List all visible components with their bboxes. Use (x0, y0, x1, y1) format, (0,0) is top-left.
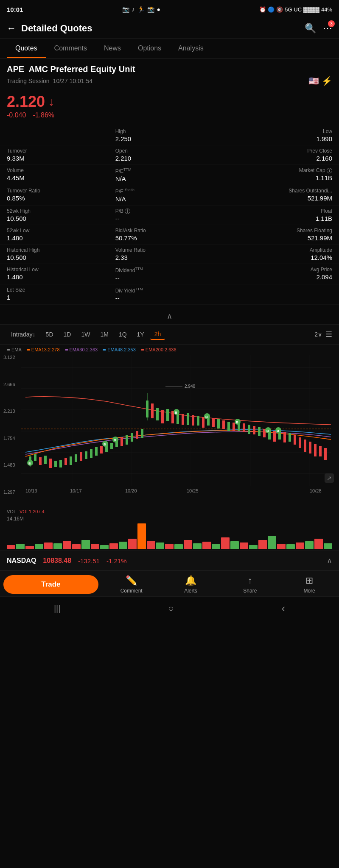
svg-rect-72 (314, 444, 317, 456)
vol-bar (63, 541, 71, 549)
more-nav-item[interactable]: ⊞ More (280, 575, 339, 594)
svg-rect-37 (141, 429, 143, 438)
trading-session: Trading Session 10/27 10:01:54 🇺🇸 ⚡ (7, 76, 332, 86)
y-label-6: 1.297 (3, 490, 15, 495)
bluetooth-icon: 🔵 (268, 6, 275, 13)
svg-rect-33 (120, 437, 123, 446)
tab-quotes[interactable]: Quotes (7, 39, 46, 58)
stats-row-7: Historical High 10.500 Volume Ratio 2.33… (0, 245, 339, 264)
turnover-value: 9.33M (7, 155, 115, 162)
share-nav-item[interactable]: ↑ Share (220, 575, 280, 594)
open-label: Open (115, 148, 224, 154)
status-right: ⏰ 🔵 🔇 5G UC ▓▓▓▓ 44% (259, 6, 332, 13)
vol-bar (119, 542, 127, 549)
svg-text:↗: ↗ (327, 475, 332, 481)
tab-news[interactable]: News (95, 39, 129, 58)
stat-pb: P/B i -- (115, 208, 224, 222)
back-button[interactable]: ← (7, 23, 16, 34)
instagram-icon: 📷 (122, 6, 129, 13)
more-icon: ⊞ (305, 575, 313, 586)
nasdaq-collapse-icon[interactable]: ∧ (327, 556, 332, 565)
vol-bars (7, 523, 332, 549)
tf-1d[interactable]: 1D (59, 329, 76, 339)
vol-bar (35, 544, 43, 549)
pb-info-icon[interactable]: i (125, 209, 130, 214)
market-cap-label: Market Cap i (224, 167, 332, 173)
page-title: Detailed Quotes (21, 23, 305, 34)
stats-row-4: Turnover Ratio 0.85% P/E Static N/A Shar… (0, 185, 339, 206)
turnover-label: Turnover (7, 148, 115, 154)
camera-icon: 📸 (147, 6, 154, 13)
scale-label[interactable]: 2∨ (314, 331, 322, 338)
system-menu-icon[interactable]: ||| (54, 604, 61, 613)
stat-52wk-high: 52wk High 10.500 (7, 208, 115, 222)
price-area: 2.120 ↓ -0.040 -1.86% (0, 89, 339, 122)
system-back-icon[interactable]: ‹ (281, 602, 285, 615)
system-home-icon[interactable]: ○ (168, 603, 174, 614)
status-time: 10:01 (7, 6, 23, 13)
tf-1m[interactable]: 1M (96, 329, 112, 339)
svg-rect-20 (54, 461, 57, 467)
stat-div-yield: Div YieldTTM -- (115, 287, 224, 302)
stat-lot-size: Lot Size 1 (7, 287, 115, 302)
stat-market-cap: Market Cap i 1.11B (224, 167, 332, 182)
trade-button[interactable]: Trade (3, 575, 98, 594)
vol-bar (221, 537, 230, 549)
vol-bar (184, 540, 192, 549)
lot-size-value: 1 (7, 294, 115, 301)
svg-rect-21 (59, 460, 62, 467)
svg-text:B: B (175, 411, 177, 415)
dot-icon: ● (157, 6, 160, 13)
stat-volume: Volume 4.45M (7, 167, 115, 182)
vol-bar (305, 541, 314, 549)
chart-svg: 2.940 (0, 355, 339, 507)
svg-rect-48 (192, 415, 194, 426)
vol-bar (258, 540, 267, 549)
menu-icon[interactable]: ⋯ 3 (323, 23, 332, 34)
stock-name: APE AMC Preferred Equity Unit (7, 64, 332, 74)
stat-52wk-low: 52wk Low 1.480 (7, 228, 115, 242)
vol-bar-highlight (137, 523, 146, 549)
activity-icon: 🏃 (137, 6, 145, 13)
svg-rect-74 (324, 448, 327, 460)
stat-bid-ask: Bid/Ask Ratio 50.77% (115, 228, 224, 242)
avg-price-value: 2.094 (224, 273, 332, 281)
stat-pe-ttm: P/ETTM N/A (115, 167, 224, 182)
ema-label-5: EMA200:2.636 (146, 347, 177, 352)
notification-badge: 3 (328, 20, 335, 27)
chart-canvas[interactable]: 3.122 2.666 2.210 1.754 1.480 1.297 (0, 355, 339, 507)
historical-low-value: 1.480 (7, 273, 115, 281)
stat-turnover-ratio: Turnover Ratio 0.85% (7, 188, 115, 203)
tab-options[interactable]: Options (129, 39, 170, 58)
vol-amount: 14.16M (7, 516, 332, 522)
chart-settings-icon[interactable]: ☰ (325, 330, 332, 339)
stock-header: APE AMC Preferred Equity Unit Trading Se… (0, 58, 339, 89)
y-label-3: 2.210 (3, 409, 15, 414)
tab-analysis[interactable]: Analysis (170, 39, 212, 58)
tf-5d[interactable]: 5D (42, 329, 58, 339)
bid-ask-value: 50.77% (115, 234, 224, 242)
search-icon[interactable]: 🔍 (305, 23, 316, 34)
alerts-nav-item[interactable]: 🔔 Alerts (161, 575, 221, 594)
market-cap-info-icon[interactable]: i (327, 168, 332, 173)
comment-nav-item[interactable]: ✏️ Comment (102, 575, 161, 594)
tf-intraday[interactable]: Intraday↓ (7, 329, 40, 339)
price-change-pct: -1.86% (33, 111, 54, 119)
turnover-ratio-label: Turnover Ratio (7, 188, 115, 194)
stats-row-5: 52wk High 10.500 P/B i -- Float 1.11B (0, 206, 339, 225)
svg-rect-70 (304, 440, 306, 452)
tf-1q[interactable]: 1Q (115, 329, 131, 339)
us-flag: 🇺🇸 (308, 76, 319, 86)
nasdaq-bar: NASDAQ 10838.48 -132.51 -1.21% ∧ (0, 551, 339, 570)
tab-comments[interactable]: Comments (46, 39, 95, 58)
svg-rect-61 (258, 427, 261, 436)
vol-bar (44, 542, 53, 549)
status-bar: 10:01 📷 ♪ 🏃 📸 ● ⏰ 🔵 🔇 5G UC ▓▓▓▓ 44% (0, 0, 339, 19)
tf-1w[interactable]: 1W (77, 329, 94, 339)
tf-2h[interactable]: 2h (150, 329, 165, 340)
vol-bar (277, 544, 286, 549)
y-label-4: 1.754 (3, 436, 15, 441)
tf-1y[interactable]: 1Y (133, 329, 148, 339)
svg-rect-42 (161, 410, 164, 423)
collapse-button[interactable]: ∧ (0, 308, 339, 324)
